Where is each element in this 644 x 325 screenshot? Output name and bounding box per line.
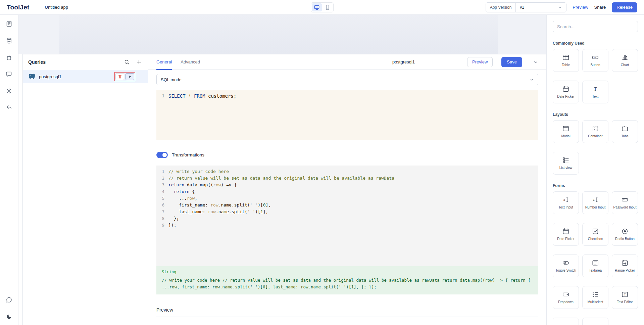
debugger-icon[interactable] [5, 54, 13, 61]
chevron-down-icon [558, 5, 562, 9]
preview-section-header[interactable]: Preview [156, 307, 538, 317]
collapse-panel-chevron-icon[interactable] [533, 59, 538, 65]
widget-card-chart[interactable]: Chart [612, 49, 638, 72]
comments-icon[interactable] [5, 71, 13, 78]
widget-card-dropdown[interactable]: Dropdown [553, 286, 579, 309]
svg-text:T: T [594, 86, 597, 92]
widget-card-partial[interactable] [582, 318, 608, 325]
widget-label: Tabs [621, 134, 628, 139]
help-chat-icon[interactable] [5, 296, 13, 304]
widget-label: Modal [561, 134, 570, 139]
app-version-value: v1 [520, 5, 524, 10]
widget-card-container[interactable]: Container [582, 120, 608, 143]
query-editor-body: SQL mode 1SELECT * FROM customers; Trans… [148, 70, 546, 325]
code-text: return data.map((row) => { [168, 182, 237, 188]
pages-icon[interactable] [5, 20, 13, 28]
line-number: 7 [156, 208, 168, 215]
widget-card-tabs[interactable]: Tabs [612, 120, 638, 143]
header-share-link[interactable]: Share [594, 5, 606, 10]
widget-label: Table [562, 63, 570, 67]
query-save-button[interactable]: Save [501, 57, 522, 67]
mobile-view-button[interactable] [323, 3, 333, 11]
header-preview-link[interactable]: Preview [573, 5, 588, 10]
desktop-view-button[interactable] [312, 3, 322, 11]
release-button[interactable]: Release [612, 2, 637, 12]
code-text: last_name: row.name.split(' ')[1], [168, 208, 268, 215]
widget-card-checkbox[interactable]: Checkbox [582, 223, 608, 246]
widget-card-list-view[interactable]: List view [553, 152, 579, 175]
code-line: 7 last_name: row.name.split(' ')[1], [156, 208, 538, 215]
run-query-button[interactable] [126, 73, 134, 80]
code-line: 4 return { [156, 188, 538, 195]
button-icon: OK [592, 53, 599, 61]
code-text: ...row, [168, 195, 197, 202]
annotation-highlight [114, 72, 135, 81]
widget-search-input[interactable] [553, 21, 638, 32]
tab-advanced[interactable]: Advanced [181, 54, 200, 69]
sql-mode-select[interactable]: SQL mode [156, 74, 538, 85]
text-icon: T [592, 85, 599, 93]
code-text: // write your code here [168, 168, 229, 175]
widget-card-text[interactable]: TText [582, 81, 608, 103]
query-preview-button[interactable]: Preview [467, 57, 493, 67]
widget-card-multiselect[interactable]: Multiselect [582, 286, 608, 309]
numberinput-icon: 1 [592, 196, 599, 204]
widget-card-password-input[interactable]: Password Input [612, 191, 638, 214]
chart-icon [621, 53, 629, 61]
query-list-item-postgresql1[interactable]: postgresql1 [23, 70, 148, 83]
tab-general[interactable]: General [156, 54, 172, 69]
query-editor-name[interactable]: postgresql1 [392, 59, 415, 64]
widget-card-toggle-switch[interactable]: Toggle Switch [553, 254, 579, 277]
code-line: 3return data.map((row) => { [156, 182, 538, 188]
app-title[interactable]: Untitled app [45, 5, 68, 10]
widget-card-radio-button[interactable]: Radio Button [612, 223, 638, 246]
code-text: SELECT * FROM customers; [168, 93, 236, 100]
widget-label: Radio Button [615, 237, 635, 241]
widgets-panel: Commonly UsedTableOKButtonChartDate Pick… [546, 15, 644, 325]
dropdown-icon [562, 290, 569, 298]
code-text: }); [168, 222, 176, 229]
widgets-grid-partial [553, 318, 638, 325]
datasources-icon[interactable] [5, 37, 13, 44]
widget-card-range-picker[interactable]: Range Picker [612, 254, 638, 277]
line-number: 6 [156, 202, 168, 208]
code-line: 8 }; [156, 215, 538, 222]
widget-card-modal[interactable]: Modal [553, 120, 579, 143]
search-queries-button[interactable] [123, 58, 131, 66]
widget-card-table[interactable]: Table [553, 49, 579, 72]
smartphone-icon [325, 4, 331, 10]
widget-label: Text [592, 95, 598, 99]
widget-card-text-input[interactable]: aText Input [553, 191, 579, 214]
dark-mode-moon-icon[interactable] [5, 313, 13, 320]
delete-query-button[interactable] [115, 73, 124, 80]
widget-card-button[interactable]: OKButton [582, 49, 608, 72]
svg-text:OK: OK [594, 57, 597, 58]
widget-label: Number Input [585, 205, 606, 210]
sql-code-editor[interactable]: 1SELECT * FROM customers; [156, 90, 538, 140]
widget-label: Button [591, 63, 600, 67]
add-query-button[interactable] [135, 58, 143, 66]
textinput-icon: a [562, 196, 569, 204]
widget-card-text-editor[interactable]: TText Editor [612, 286, 638, 309]
code-line: 6 first_name: row.name.split(' ')[0], [156, 202, 538, 208]
widget-label: Textarea [589, 269, 602, 273]
transformations-toggle[interactable] [156, 152, 168, 158]
app-version-select[interactable]: App Version v1 [486, 2, 567, 12]
texteditor-icon: T [621, 290, 629, 298]
widget-card-date-picker[interactable]: Date Picker [553, 223, 579, 246]
undo-icon[interactable] [5, 104, 13, 111]
widget-label: Chart [621, 63, 629, 67]
app-canvas[interactable] [18, 15, 546, 54]
canvas-area[interactable] [59, 15, 498, 54]
widget-card-date-picker[interactable]: Date Picker [553, 81, 579, 103]
widget-card-partial[interactable] [553, 318, 579, 325]
app-version-label: App Version [486, 3, 516, 12]
query-name-label: postgresql1 [39, 74, 111, 79]
settings-icon[interactable] [5, 87, 13, 95]
widget-card-number-input[interactable]: 1Number Input [582, 191, 608, 214]
transformation-result-box: String // write your code here // return… [156, 266, 538, 294]
transformation-code-editor[interactable]: 1// write your code here2// return value… [156, 166, 538, 266]
tooljet-logo[interactable]: ToolJet [7, 4, 30, 11]
widget-card-textarea[interactable]: Textarea [582, 254, 608, 277]
left-rail [0, 15, 18, 325]
